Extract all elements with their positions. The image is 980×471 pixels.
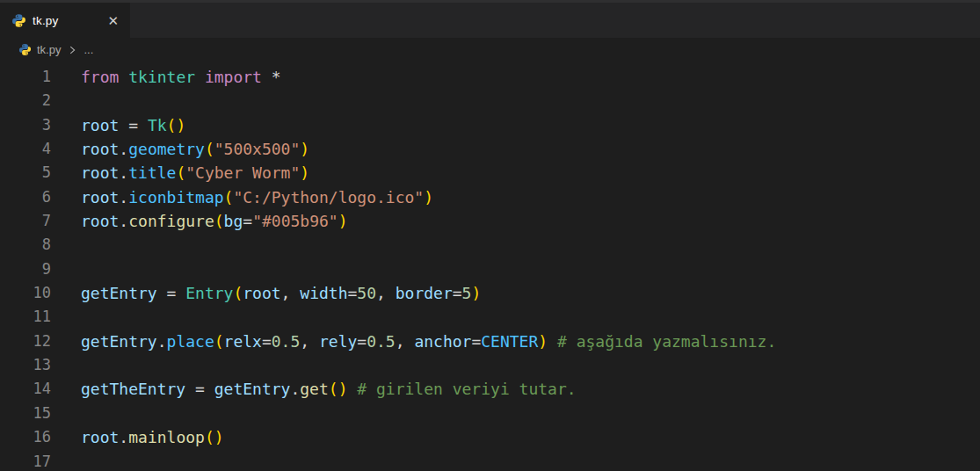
code-lines: 1from tkinter import *23root = Tk()4root… xyxy=(0,65,980,471)
code-line[interactable]: 9 xyxy=(0,257,980,281)
code-text: root.title("Cyber Worm") xyxy=(51,161,309,185)
code-token: = xyxy=(119,116,148,134)
code-line[interactable]: 16root.mainloop() xyxy=(0,425,980,449)
code-token: () xyxy=(167,116,186,134)
code-token xyxy=(195,68,205,86)
code-token: root xyxy=(81,212,119,230)
code-text: getTheEntry = getEntry.get() # girilen v… xyxy=(51,377,577,401)
code-token: ( xyxy=(205,140,214,158)
code-token: ( xyxy=(214,212,224,230)
code-token: 0.5 xyxy=(272,332,301,351)
breadcrumb-file-label: tk.py xyxy=(37,43,61,56)
code-text: root = Tk() xyxy=(51,113,185,137)
code-line[interactable]: 4root.geometry("500x500") xyxy=(0,137,980,161)
code-line[interactable]: 10getEntry = Entry(root, width=50, borde… xyxy=(0,281,980,305)
code-token: geometry xyxy=(128,140,205,158)
code-token: root xyxy=(81,140,119,158)
code-line[interactable]: 11 xyxy=(0,305,980,329)
code-token: = xyxy=(357,332,367,351)
code-line[interactable]: 7root.configure(bg="#005b96") xyxy=(0,209,980,233)
python-icon xyxy=(18,43,32,56)
code-line[interactable]: 13 xyxy=(0,353,980,377)
code-text xyxy=(51,402,81,425)
code-token: anchor xyxy=(414,332,471,351)
code-token: getEntry xyxy=(81,332,157,351)
code-token: border xyxy=(396,284,453,302)
close-icon[interactable]: ✕ xyxy=(105,12,121,29)
code-token: getTheEntry xyxy=(81,380,185,398)
code-line[interactable]: 17 xyxy=(0,450,980,471)
code-token: ) xyxy=(300,140,309,158)
code-text xyxy=(51,353,81,377)
code-token: . xyxy=(119,163,128,182)
code-token: ) xyxy=(300,163,309,182)
code-token: . xyxy=(157,332,167,351)
code-token: Entry xyxy=(185,284,233,302)
line-number: 10 xyxy=(0,281,51,305)
code-text: root.geometry("500x500") xyxy=(51,137,309,161)
tab-bar-empty-space xyxy=(130,3,980,38)
line-number: 15 xyxy=(0,402,51,425)
code-token: ) xyxy=(424,188,433,207)
code-token xyxy=(119,68,128,86)
code-token: root xyxy=(81,188,119,207)
breadcrumb-item-more[interactable]: ... xyxy=(83,43,93,56)
code-line[interactable]: 8 xyxy=(0,233,980,257)
code-line[interactable]: 2 xyxy=(0,89,980,112)
code-token: . xyxy=(119,188,128,207)
code-text: root.configure(bg="#005b96") xyxy=(51,209,348,233)
code-editor: 1from tkinter import *23root = Tk()4root… xyxy=(0,62,980,471)
code-line[interactable]: 1from tkinter import * xyxy=(0,65,980,89)
code-text xyxy=(51,305,81,329)
code-token: # girilen veriyi tutar. xyxy=(347,380,576,398)
code-line[interactable]: 15 xyxy=(0,402,980,425)
line-number: 9 xyxy=(0,257,51,281)
tab-tkpy[interactable]: tk.py ✕ xyxy=(0,3,130,38)
code-text: root.mainloop() xyxy=(51,425,224,449)
code-token: () xyxy=(205,428,224,446)
line-number: 3 xyxy=(0,113,51,137)
code-line[interactable]: 14getTheEntry = getEntry.get() # girilen… xyxy=(0,377,980,401)
code-token: bg xyxy=(224,212,243,230)
code-token: 50 xyxy=(357,284,376,302)
code-token: root xyxy=(81,116,119,134)
code-token: , xyxy=(396,332,415,351)
code-line[interactable]: 3root = Tk() xyxy=(0,113,980,137)
code-token: from xyxy=(81,68,119,86)
code-token: place xyxy=(167,332,214,351)
code-token: import xyxy=(205,68,262,86)
code-token: width xyxy=(300,284,347,302)
code-token: = xyxy=(262,332,272,351)
code-token: root xyxy=(243,284,280,302)
line-number: 14 xyxy=(0,377,51,401)
code-line[interactable]: 12getEntry.place(relx=0.5, rely=0.5, anc… xyxy=(0,330,980,353)
code-line[interactable]: 5root.title("Cyber Worm") xyxy=(0,161,980,185)
code-token: title xyxy=(128,163,176,182)
code-token: ( xyxy=(176,163,185,182)
line-number: 17 xyxy=(0,450,51,471)
code-token: Tk xyxy=(148,116,167,134)
code-token: . xyxy=(119,428,128,446)
code-text: root.iconbitmap("C:/Python/logo.ico") xyxy=(51,185,433,209)
code-text xyxy=(51,450,81,471)
line-number: 2 xyxy=(0,89,51,112)
line-number: 7 xyxy=(0,209,51,233)
code-token: . xyxy=(119,140,128,158)
code-token: , xyxy=(300,332,319,351)
line-number: 11 xyxy=(0,305,51,329)
code-token: CENTER xyxy=(481,332,538,351)
breadcrumb-item-file[interactable]: tk.py xyxy=(18,43,61,56)
code-token: getEntry xyxy=(214,380,291,398)
line-number: 8 xyxy=(0,233,51,257)
code-token: ) xyxy=(338,212,348,230)
code-token: 0.5 xyxy=(367,332,396,351)
code-token: = xyxy=(157,284,186,302)
chevron-right-icon xyxy=(66,44,78,56)
code-token: relx xyxy=(224,332,262,351)
code-token: = xyxy=(471,332,481,351)
code-line[interactable]: 6root.iconbitmap("C:/Python/logo.ico") xyxy=(0,185,980,209)
python-icon xyxy=(11,13,26,28)
code-token: getEntry xyxy=(81,284,157,302)
code-token: = xyxy=(185,380,214,398)
line-number: 16 xyxy=(0,425,51,449)
